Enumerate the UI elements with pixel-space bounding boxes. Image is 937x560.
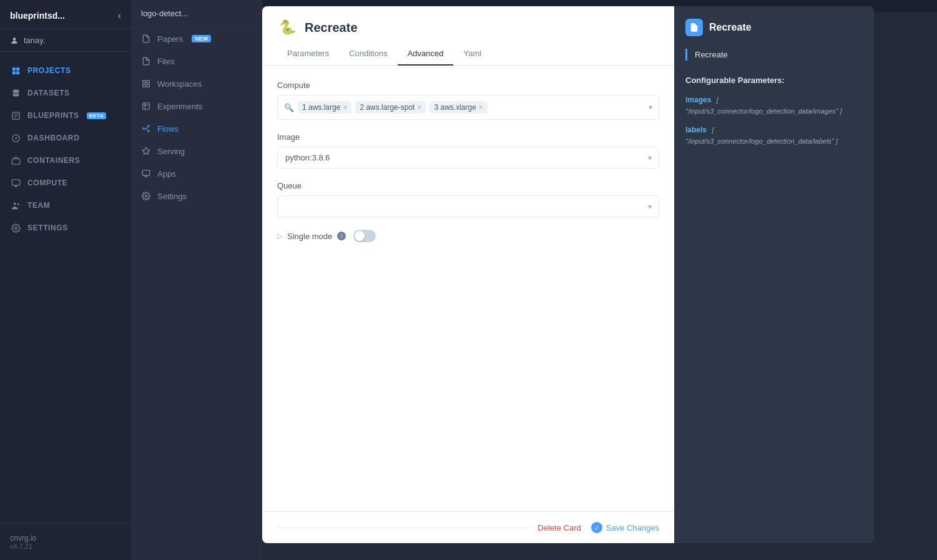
sidebar-item-projects[interactable]: PROJECTS [0,59,131,82]
svg-rect-3 [12,71,15,74]
svg-rect-16 [147,84,149,87]
tag-label: 3 aws.xlarge [434,103,476,112]
sidebar-item-label: DASHBOARD [27,134,79,142]
sidebar-item-dashboard[interactable]: DASHBOARD [0,127,131,149]
tag-label: 2 aws.large-spot [360,103,415,112]
svg-point-0 [13,37,16,41]
check-icon: ✓ [591,522,602,533]
image-select[interactable]: python:3.8.6 [277,147,659,169]
papers-icon [141,34,151,44]
primary-sidebar: blueprintsd... ‹ tanay. PROJECTS DATASET… [0,0,131,560]
info-icon[interactable]: i [337,232,346,240]
toggle-knob [355,231,365,241]
sidebar-item-blueprints[interactable]: BLUEPRINTS BETA [0,104,131,127]
sidebar-item-team[interactable]: TEAM [0,194,131,217]
new-badge: NEW [192,35,211,42]
tab-advanced[interactable]: Advanced [398,42,454,66]
tab-parameters[interactable]: Parameters [277,42,339,66]
secondary-nav-settings[interactable]: Settings [131,185,262,207]
grid-icon [10,65,21,76]
secondary-sidebar: logo-detect... Papers NEW Files Workspac… [131,0,262,560]
sidebar-item-datasets[interactable]: DATASETS [0,82,131,104]
user-icon [10,36,19,45]
sidebar-collapse-button[interactable]: ‹ [118,10,121,21]
compute-input[interactable]: 🔍 1 aws.large × 2 aws.large-spot × 3 aws… [277,95,659,120]
tag-remove-3[interactable]: × [479,104,483,111]
modal-main-panel: 🐍 Recreate Parameters Conditions Advance… [262,6,674,543]
tag-remove-2[interactable]: × [417,104,421,111]
sidebar-item-label: COMPUTE [27,179,67,187]
single-mode-toggle[interactable] [353,230,376,242]
modal-tabs: Parameters Conditions Advanced Yaml [262,42,674,66]
single-mode-row: ▷ Single mode i [277,230,659,242]
secondary-nav-label: Flows [157,124,179,134]
settings-icon [10,222,21,233]
delete-card-button[interactable]: Delete Card [537,523,581,533]
queue-select[interactable] [277,195,659,217]
sidebar-item-settings[interactable]: SETTINGS [0,217,131,239]
svg-point-20 [148,130,149,132]
flows-icon [141,124,151,134]
secondary-nav-label: Settings [157,192,187,201]
svg-marker-21 [142,147,150,154]
queue-group: Queue ▾ [277,181,659,217]
modal-overlay: 🐍 Recreate Parameters Conditions Advance… [262,0,937,560]
queue-select-wrapper: ▾ [277,195,659,217]
param-name-images: images [685,96,711,104]
svg-point-18 [143,128,144,129]
param-row-images: images [ "/input/s3_connector/logo_detec… [685,94,863,116]
modal-title: Recreate [305,21,358,35]
image-label: Image [277,132,659,142]
sidebar-item-containers[interactable]: CONTAINERS [0,149,131,172]
svg-rect-2 [16,67,19,70]
compute-icon [10,177,21,189]
secondary-nav-serving[interactable]: Serving [131,140,262,162]
search-icon: 🔍 [284,103,294,112]
right-panel-nav-item: Recreate [695,49,863,61]
sidebar-footer: cnvrg.io v4.7.21 [0,523,131,560]
secondary-nav-experiments[interactable]: Experiments [131,95,262,117]
sidebar-item-label: CONTAINERS [27,156,80,165]
tab-conditions[interactable]: Conditions [339,42,397,66]
modal-container: 🐍 Recreate Parameters Conditions Advance… [262,6,936,543]
settings-secondary-icon [141,191,151,201]
save-changes-button[interactable]: ✓ Save Changes [591,522,659,533]
modal-right-panel: Recreate Recreate Configurable Parameter… [674,6,874,543]
secondary-nav-flows[interactable]: Flows [131,117,262,140]
svg-rect-15 [147,81,149,83]
brand-name: cnvrg.io [10,534,121,543]
svg-point-19 [148,125,149,127]
right-panel-title: Recreate [709,22,752,33]
svg-rect-1 [12,67,15,70]
secondary-nav-label: Files [157,57,174,66]
app-name: blueprintsd... [10,11,65,21]
primary-nav: PROJECTS DATASETS BLUEPRINTS BETA DASHBO… [0,52,131,523]
secondary-nav-label: Experiments [157,102,202,111]
queue-label: Queue [277,181,659,190]
svg-point-13 [14,227,17,229]
secondary-nav-workspaces[interactable]: Workspaces [131,72,262,95]
workspaces-icon [141,79,151,89]
right-panel-nav: Recreate [685,49,863,61]
svg-point-12 [17,203,19,205]
svg-rect-10 [12,179,20,185]
secondary-nav-apps[interactable]: Apps [131,162,262,185]
experiments-icon [141,101,151,111]
modal-body: Compute 🔍 1 aws.large × 2 aws.large-spot… [262,66,674,511]
secondary-nav-files[interactable]: Files [131,50,262,72]
modal-icon: 🐍 [277,17,297,37]
apps-icon [141,169,151,179]
username: tanay. [24,36,45,45]
right-panel-icon [685,19,703,36]
tab-yaml[interactable]: Yaml [453,42,491,66]
param-row-labels: labels [ "/input/s3_connector/logo_detec… [685,124,863,146]
compute-label: Compute [277,81,659,90]
image-select-wrapper: python:3.8.6 ▾ [277,147,659,169]
svg-point-23 [145,195,147,197]
svg-rect-14 [143,81,145,83]
compute-tag-3: 3 aws.xlarge × [429,101,487,114]
secondary-nav-papers[interactable]: Papers NEW [131,27,262,50]
tag-remove-1[interactable]: × [343,104,347,111]
sidebar-item-compute[interactable]: COMPUTE [0,172,131,194]
main-area: 🐍 Recreate Parameters Conditions Advance… [262,0,937,560]
